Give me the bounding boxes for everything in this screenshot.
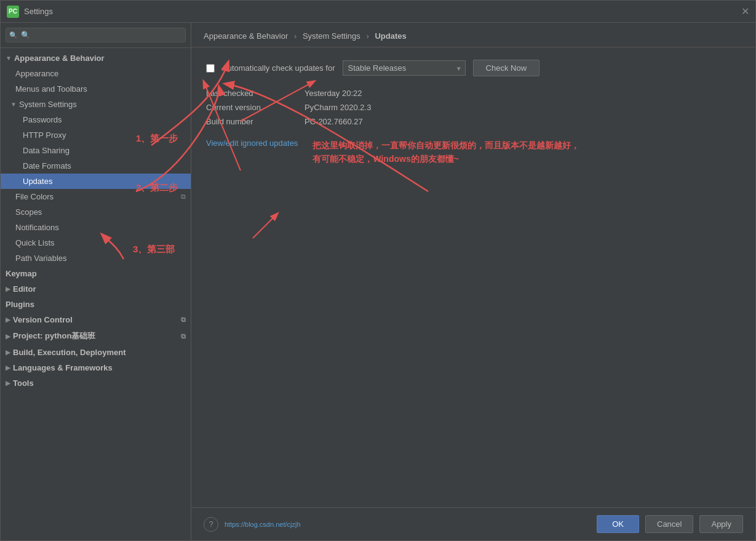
sidebar-item-project-python[interactable]: ▶ Project: python基础班 ⧉	[1, 327, 191, 345]
build-number-value: PC-202.7660.27	[304, 117, 741, 126]
footer-link: https://blog.csdn.net/cjzjh	[225, 521, 301, 528]
release-type-dropdown-wrap: Stable Releases Early Access Program Bet…	[343, 60, 466, 76]
main-content-area: 🔍 ▼ Appearance & Behavior Appearance Men…	[1, 23, 755, 540]
view-ignored-updates-link[interactable]: View/edit ignored updates	[206, 138, 298, 148]
release-type-dropdown[interactable]: Stable Releases Early Access Program Bet…	[343, 60, 466, 76]
breadcrumb: Appearance & Behavior › System Settings …	[191, 23, 755, 47]
sidebar-item-editor[interactable]: ▶ Editor	[1, 281, 191, 297]
sidebar-item-appearance-behavior[interactable]: ▼ Appearance & Behavior	[1, 50, 191, 66]
main-panel: Appearance & Behavior › System Settings …	[191, 23, 755, 540]
sidebar-item-passwords[interactable]: Passwords	[1, 112, 191, 127]
expand-arrow-icon: ▶	[6, 316, 10, 323]
expand-arrow-icon: ▶	[6, 349, 10, 356]
search-bar: 🔍	[1, 23, 191, 48]
sidebar-item-notifications[interactable]: Notifications	[1, 220, 191, 235]
sidebar-item-path-variables[interactable]: Path Variables	[1, 250, 191, 266]
version-info-grid: Last checked Yesterday 20:22 Current ver…	[206, 89, 741, 126]
expand-arrow-icon: ▶	[6, 364, 10, 371]
close-button[interactable]: ✕	[741, 6, 749, 17]
last-checked-value: Yesterday 20:22	[304, 89, 741, 98]
breadcrumb-part-2: System Settings	[303, 31, 360, 41]
sidebar-item-data-sharing[interactable]: Data Sharing	[1, 143, 191, 158]
sidebar-section-label: Appearance & Behavior	[14, 54, 105, 63]
sidebar-item-updates[interactable]: Updates	[1, 174, 191, 189]
auto-check-row: Automatically check updates for Stable R…	[206, 60, 741, 76]
sidebar-item-plugins[interactable]: Plugins	[1, 297, 191, 312]
sidebar-item-http-proxy[interactable]: HTTP Proxy	[1, 127, 191, 143]
apply-button[interactable]: Apply	[699, 515, 743, 533]
check-now-button[interactable]: Check Now	[473, 60, 539, 76]
svg-line-3	[253, 214, 277, 238]
expand-arrow-icon: ▼	[6, 55, 12, 62]
help-button[interactable]: ?	[204, 517, 218, 532]
sidebar-item-languages-frameworks[interactable]: ▶ Languages & Frameworks	[1, 360, 191, 375]
ok-button[interactable]: OK	[597, 515, 639, 533]
breadcrumb-arrow-icon: ›	[294, 31, 296, 41]
sidebar-item-file-colors[interactable]: File Colors ⧉	[1, 189, 191, 204]
copy-icon: ⧉	[181, 193, 186, 201]
expand-arrow-icon: ▶	[6, 380, 10, 387]
sidebar-nav: ▼ Appearance & Behavior Appearance Menus…	[1, 48, 191, 540]
sidebar-item-scopes[interactable]: Scopes	[1, 204, 191, 220]
build-number-label: Build number	[206, 117, 292, 126]
updates-content: Automatically check updates for Stable R…	[191, 47, 755, 507]
search-wrap: 🔍	[6, 28, 186, 42]
search-input[interactable]	[6, 28, 186, 42]
auto-check-label: Automatically check updates for	[222, 63, 335, 73]
sidebar-item-date-formats[interactable]: Date Formats	[1, 158, 191, 174]
expand-arrow-icon: ▶	[6, 333, 10, 340]
window-title: Settings	[24, 7, 53, 16]
auto-check-checkbox[interactable]	[206, 64, 215, 73]
breadcrumb-current: Updates	[375, 31, 406, 41]
sidebar-item-keymap[interactable]: Keymap	[1, 266, 191, 281]
copy-icon: ⧉	[181, 316, 186, 324]
last-checked-label: Last checked	[206, 89, 292, 98]
copy-icon: ⧉	[181, 332, 186, 340]
footer: ? https://blog.csdn.net/cjzjh OK Cancel …	[191, 507, 755, 540]
sidebar-item-menus-toolbars[interactable]: Menus and Toolbars	[1, 81, 191, 97]
breadcrumb-arrow-icon: ›	[366, 31, 368, 41]
breadcrumb-part-1: Appearance & Behavior	[204, 31, 288, 41]
search-icon: 🔍	[9, 31, 18, 39]
view-link-row: View/edit ignored updates 把这里钩取消掉，一直帮你自动…	[206, 138, 741, 166]
sidebar-item-quick-lists[interactable]: Quick Lists	[1, 235, 191, 250]
expand-arrow-icon: ▼	[10, 101, 17, 108]
sidebar-item-version-control[interactable]: ▶ Version Control ⧉	[1, 312, 191, 327]
expand-arrow-icon: ▶	[6, 286, 10, 292]
annotation-text-block: 把这里钩取消掉，一直帮你自动更新很烦的，而且版本不是越新越好，有可能不稳定，Wi…	[312, 138, 579, 166]
app-icon: PC	[7, 6, 19, 18]
current-version-value: PyCharm 2020.2.3	[304, 103, 741, 112]
sidebar: 🔍 ▼ Appearance & Behavior Appearance Men…	[1, 23, 191, 540]
cancel-button[interactable]: Cancel	[645, 515, 693, 533]
sidebar-item-system-settings[interactable]: ▼ System Settings	[1, 97, 191, 112]
title-bar: PC Settings ✕	[1, 1, 755, 23]
sidebar-item-tools[interactable]: ▶ Tools	[1, 375, 191, 391]
sidebar-item-build-execution[interactable]: ▶ Build, Execution, Deployment	[1, 345, 191, 360]
current-version-label: Current version	[206, 103, 292, 112]
settings-window: PC Settings ✕ 🔍 ▼ Appearance & Behavior …	[0, 0, 756, 541]
sidebar-item-appearance[interactable]: Appearance	[1, 66, 191, 81]
